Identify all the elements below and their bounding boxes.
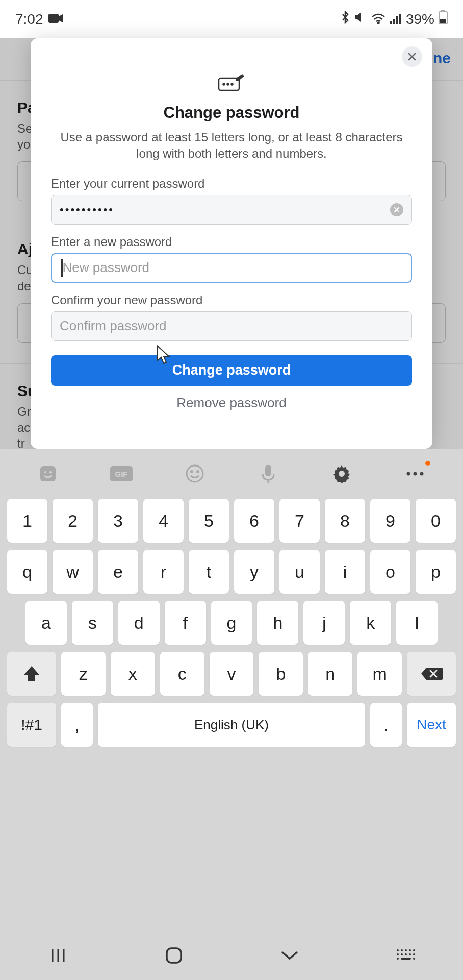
current-password-input[interactable]: ••••••••••	[51, 195, 412, 225]
comma-key[interactable]: ,	[61, 703, 93, 747]
svg-point-14	[44, 471, 46, 473]
shift-key[interactable]	[7, 652, 56, 696]
confirm-password-placeholder: Confirm password	[60, 318, 167, 334]
key-s[interactable]: s	[72, 601, 113, 645]
svg-rect-13	[40, 466, 56, 481]
svg-point-12	[232, 84, 233, 85]
key-m[interactable]: m	[357, 652, 402, 696]
current-password-label: Enter your current password	[51, 177, 412, 191]
modal-description: Use a password at least 15 letters long,…	[51, 129, 412, 162]
confirm-password-input[interactable]: Confirm password	[51, 311, 412, 341]
key-g[interactable]: g	[211, 601, 252, 645]
svg-point-23	[339, 471, 345, 477]
mute-icon	[354, 11, 367, 28]
key-3[interactable]: 3	[98, 499, 138, 543]
backspace-key[interactable]	[407, 652, 456, 696]
confirm-password-label: Confirm your new password	[51, 293, 412, 307]
key-p[interactable]: p	[416, 550, 456, 594]
current-password-value: ••••••••••	[60, 203, 114, 216]
key-5[interactable]: 5	[189, 499, 229, 543]
change-password-button[interactable]: Change password	[51, 355, 412, 386]
next-key[interactable]: Next	[407, 703, 456, 747]
svg-point-43	[413, 958, 415, 960]
key-8[interactable]: 8	[325, 499, 365, 543]
svg-point-11	[227, 84, 229, 85]
key-7[interactable]: 7	[279, 499, 320, 543]
svg-point-36	[397, 953, 399, 955]
keyboard-switch-button[interactable]	[394, 944, 417, 967]
recent-apps-button[interactable]	[46, 944, 70, 967]
modal-title: Change password	[51, 104, 412, 122]
wifi-icon	[371, 11, 385, 28]
key-d[interactable]: d	[118, 601, 160, 645]
settings-icon[interactable]	[330, 462, 353, 485]
battery-percent: 39%	[406, 11, 434, 28]
svg-rect-42	[401, 958, 411, 960]
close-button[interactable]	[402, 46, 422, 67]
notification-dot-icon	[425, 461, 430, 466]
key-f[interactable]: f	[165, 601, 206, 645]
gif-icon[interactable]: GIF	[110, 462, 133, 485]
svg-rect-30	[167, 948, 181, 963]
close-icon	[407, 52, 417, 61]
svg-point-33	[405, 949, 407, 951]
svg-point-31	[397, 949, 399, 951]
svg-point-15	[49, 471, 52, 473]
svg-rect-2	[390, 21, 392, 24]
battery-icon	[439, 10, 448, 28]
more-icon[interactable]	[404, 462, 426, 485]
key-n[interactable]: n	[308, 652, 352, 696]
key-r[interactable]: r	[143, 550, 184, 594]
key-k[interactable]: k	[350, 601, 391, 645]
mic-icon[interactable]	[257, 462, 279, 485]
backspace-icon	[420, 666, 443, 682]
key-b[interactable]: b	[259, 652, 303, 696]
key-4[interactable]: 4	[143, 499, 184, 543]
svg-point-19	[191, 471, 193, 473]
keyboard-down-button[interactable]	[278, 944, 301, 967]
key-c[interactable]: c	[160, 652, 204, 696]
bluetooth-icon	[341, 11, 350, 28]
spacebar-key[interactable]: English (UK)	[98, 703, 365, 747]
key-6[interactable]: 6	[234, 499, 274, 543]
key-u[interactable]: u	[279, 550, 320, 594]
svg-point-35	[413, 949, 415, 951]
new-password-input[interactable]: New password	[51, 253, 412, 283]
svg-point-37	[401, 953, 403, 955]
svg-point-38	[405, 953, 407, 955]
emoji-icon[interactable]	[184, 462, 206, 485]
key-1[interactable]: 1	[7, 499, 47, 543]
clear-input-button[interactable]	[390, 203, 403, 216]
svg-point-25	[414, 472, 417, 476]
key-h[interactable]: h	[257, 601, 298, 645]
key-2[interactable]: 2	[53, 499, 93, 543]
key-t[interactable]: t	[189, 550, 229, 594]
key-v[interactable]: v	[210, 652, 254, 696]
svg-point-32	[401, 949, 403, 951]
svg-text:GIF: GIF	[115, 470, 128, 478]
key-0[interactable]: 0	[416, 499, 456, 543]
soft-keyboard: GIF 1234567890 qwertyuiop asdfghjkl zxcv…	[0, 449, 463, 980]
key-e[interactable]: e	[98, 550, 138, 594]
key-a[interactable]: a	[25, 601, 67, 645]
svg-rect-4	[396, 16, 398, 24]
key-y[interactable]: y	[234, 550, 274, 594]
svg-rect-21	[265, 465, 271, 476]
key-l[interactable]: l	[396, 601, 438, 645]
key-9[interactable]: 9	[370, 499, 410, 543]
key-i[interactable]: i	[325, 550, 365, 594]
remove-password-link[interactable]: Remove password	[51, 395, 412, 411]
svg-point-1	[377, 22, 379, 23]
key-q[interactable]: q	[7, 550, 47, 594]
system-navbar	[0, 931, 463, 980]
key-z[interactable]: z	[61, 652, 106, 696]
symbols-key[interactable]: !#1	[7, 703, 56, 747]
key-w[interactable]: w	[53, 550, 93, 594]
key-x[interactable]: x	[111, 652, 155, 696]
svg-point-41	[397, 958, 399, 960]
home-button[interactable]	[162, 944, 186, 967]
sticker-icon[interactable]	[37, 462, 59, 485]
period-key[interactable]: .	[370, 703, 402, 747]
key-j[interactable]: j	[303, 601, 345, 645]
key-o[interactable]: o	[370, 550, 410, 594]
